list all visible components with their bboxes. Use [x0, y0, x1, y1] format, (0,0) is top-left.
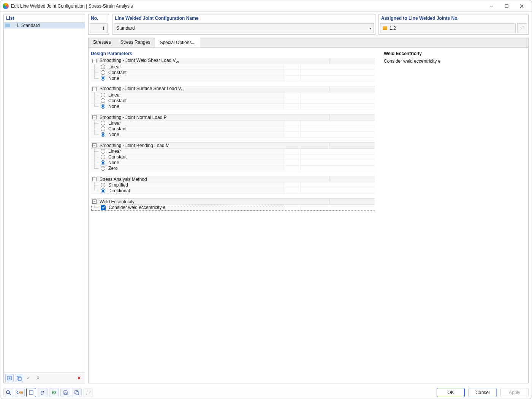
name-value: Standard [116, 25, 135, 31]
list-item[interactable]: 1 Standard [4, 22, 85, 28]
info-title: Weld Eccentricity [384, 51, 524, 56]
radio-icon [101, 65, 105, 69]
collapse-icon[interactable]: − [92, 115, 97, 119]
collapse-icon[interactable]: − [92, 59, 97, 63]
option-label: Consider weld eccentricity e [109, 205, 165, 210]
group-smoothing-bending-load: − Smoothing - Joint Bending Load M Linea… [91, 142, 375, 171]
group-header[interactable]: − Smoothing - Joint Surface Shear Load V… [91, 86, 375, 92]
group-header[interactable]: − Smoothing - Joint Bending Load M [91, 142, 375, 149]
option-simplified[interactable]: Simplified [91, 182, 375, 188]
pick-joints-button[interactable] [517, 23, 527, 33]
apply-button[interactable]: Apply [500, 388, 529, 397]
option-consider-eccentricity[interactable]: Consider weld eccentricity e [91, 205, 375, 211]
svg-rect-8 [65, 393, 66, 394]
svg-rect-0 [505, 5, 508, 8]
option-directional[interactable]: Directional [91, 188, 375, 194]
name-select[interactable]: Standard ▾ [114, 23, 374, 33]
save-config-button[interactable] [60, 388, 70, 397]
design-parameters-title: Design Parameters [91, 50, 375, 58]
option-linear[interactable]: Linear [91, 120, 375, 126]
checkbox-icon [101, 205, 106, 210]
option-constant[interactable]: Constant [91, 126, 375, 132]
radio-icon [101, 127, 105, 131]
option-label: Constant [108, 70, 127, 75]
group-header[interactable]: − Weld Eccentricity [91, 198, 375, 205]
option-linear[interactable]: Linear [91, 149, 375, 154]
option-none[interactable]: None [91, 76, 375, 81]
info-text: Consider weld eccentricity e [384, 59, 524, 64]
tab-stresses[interactable]: Stresses [89, 38, 116, 48]
svg-point-4 [6, 391, 10, 394]
option-zero[interactable]: Zero [91, 166, 375, 171]
option-label: Directional [108, 188, 130, 193]
option-constant[interactable]: Constant [91, 154, 375, 160]
radio-icon [101, 155, 105, 159]
option-label: None [108, 76, 119, 81]
group-weld-eccentricity: − Weld Eccentricity Consider weld eccent… [91, 198, 375, 211]
radio-icon [101, 183, 105, 187]
collapse-icon[interactable]: − [92, 200, 97, 204]
units-button[interactable]: 0,00 [15, 388, 25, 397]
radio-icon [101, 98, 105, 103]
uncheck-all-button[interactable]: ✗ [34, 374, 42, 382]
search-button[interactable] [3, 388, 13, 397]
name-panel: Line Welded Joint Configuration Name Sta… [112, 14, 375, 35]
function-button[interactable]: ƒ? [83, 388, 93, 397]
minimize-button[interactable] [484, 1, 499, 11]
radio-icon [101, 166, 105, 171]
collapse-icon[interactable]: − [92, 87, 97, 91]
list-item-icon [5, 24, 10, 27]
group-label: Smoothing - Joint Weld Shear Load V [100, 58, 176, 63]
option-linear[interactable]: Linear [91, 92, 375, 98]
group-label: Smoothing - Joint Surface Shear Load V [100, 86, 181, 91]
option-constant[interactable]: Constant [91, 98, 375, 104]
group-smoothing-normal-load: − Smoothing - Joint Normal Load P Linear… [91, 114, 375, 138]
assigned-value: 1,2 [390, 25, 396, 31]
tree-button[interactable] [38, 388, 48, 397]
ok-button[interactable]: OK [437, 388, 465, 397]
close-button[interactable] [514, 1, 529, 11]
group-header[interactable]: − Stress Analysis Method [91, 176, 375, 182]
option-linear[interactable]: Linear [91, 64, 375, 70]
tab-content: Design Parameters − Smoothing - Joint We… [88, 48, 529, 383]
new-item-button[interactable] [5, 374, 14, 382]
collapse-icon[interactable]: − [92, 177, 97, 181]
svg-rect-5 [29, 391, 33, 394]
refresh-button[interactable] [49, 388, 59, 397]
assigned-panel: Assigned to Line Welded Joints No. 1,2 [378, 14, 529, 35]
option-label: Constant [108, 154, 127, 160]
option-none[interactable]: None [91, 132, 375, 138]
collapse-icon[interactable]: − [92, 143, 97, 147]
view-button[interactable] [26, 388, 36, 397]
option-none[interactable]: None [91, 160, 375, 166]
list-item-number: 1 [12, 23, 19, 28]
delete-item-button[interactable]: ✕ [75, 374, 83, 382]
tab-stress-ranges[interactable]: Stress Ranges [116, 38, 155, 48]
list-header: List [4, 14, 85, 22]
cancel-button[interactable]: Cancel [469, 388, 497, 397]
option-label: Constant [108, 126, 127, 131]
radio-icon [101, 93, 105, 97]
copy-item-button[interactable] [15, 374, 23, 382]
option-none[interactable]: None [91, 104, 375, 109]
svg-rect-10 [76, 392, 79, 395]
tab-special-options[interactable]: Special Options... [155, 38, 200, 48]
radio-icon [101, 188, 105, 193]
copy-config-button[interactable] [72, 388, 82, 397]
radio-icon [101, 121, 105, 125]
group-label: Smoothing - Joint Bending Load M [100, 143, 169, 148]
option-label: Linear [108, 149, 121, 154]
option-constant[interactable]: Constant [91, 70, 375, 76]
group-header[interactable]: − Smoothing - Joint Normal Load P [91, 114, 375, 120]
group-label: Stress Analysis Method [100, 177, 147, 182]
assigned-label: Assigned to Line Welded Joints No. [379, 14, 528, 22]
maximize-button[interactable] [499, 1, 514, 11]
option-label: None [108, 104, 119, 109]
group-header[interactable]: − Smoothing - Joint Weld Shear Load VW [91, 58, 375, 64]
list-item-label: Standard [21, 23, 40, 28]
number-input[interactable] [90, 23, 108, 33]
option-label: Zero [108, 166, 118, 171]
assigned-input[interactable]: 1,2 [380, 23, 516, 33]
check-all-button[interactable]: ✓ [24, 374, 33, 382]
subscript: W [176, 60, 179, 64]
